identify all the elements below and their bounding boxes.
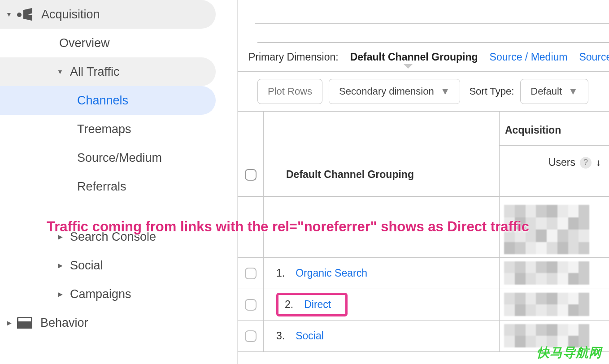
row-link-social[interactable]: Social [296, 330, 324, 342]
sidebar-item-label: Source/Medium [77, 151, 162, 165]
sidebar-item-source-medium[interactable]: Source/Medium [0, 143, 216, 172]
controls-row: Plot Rows Secondary dimension ▼ Sort Typ… [238, 71, 609, 112]
primary-dimension-row: Primary Dimension: Default Channel Group… [238, 43, 609, 71]
behavior-icon [17, 317, 32, 329]
sidebar-item-channels[interactable]: Channels [0, 86, 216, 115]
acquisition-icon [17, 9, 33, 20]
table-row: 1. Organic Search [238, 258, 609, 289]
select-all-checkbox[interactable] [245, 169, 257, 181]
sort-type-label: Sort Type: [469, 86, 514, 97]
row-number: 2. [285, 299, 293, 311]
sidebar-item-all-traffic[interactable]: All Traffic [0, 57, 216, 86]
chevron-down-icon: ▼ [440, 86, 450, 97]
redacted-metric [504, 293, 589, 316]
th-users[interactable]: Users ? ↓ [500, 146, 609, 179]
dropdown-label: Default [531, 86, 562, 97]
sidebar-item-label: Referrals [77, 180, 126, 194]
sidebar-item-referrals[interactable]: Referrals [0, 172, 216, 201]
tab-source[interactable]: Source [579, 51, 609, 63]
sort-desc-icon[interactable]: ↓ [596, 157, 601, 169]
row-number: 3. [276, 330, 285, 342]
chevron-right-icon [54, 290, 66, 298]
sidebar-item-label: Acquisition [41, 8, 100, 22]
row-checkbox[interactable] [245, 330, 257, 342]
sidebar-item-label: Campaigns [70, 287, 131, 301]
row-checkbox[interactable] [245, 268, 257, 279]
sidebar-item-label: Treemaps [77, 122, 131, 136]
sidebar-item-behavior[interactable]: Behavior [0, 308, 216, 337]
row-link-organic-search[interactable]: Organic Search [296, 267, 367, 279]
sidebar-item-search-console[interactable]: Search Console [0, 222, 216, 251]
chevron-right-icon [3, 319, 15, 326]
th-dimension[interactable]: Default Channel Grouping [264, 112, 500, 196]
secondary-dimension-dropdown[interactable]: Secondary dimension ▼ [329, 79, 460, 104]
sidebar-item-treemaps[interactable]: Treemaps [0, 115, 216, 143]
row-number: 1. [276, 267, 285, 279]
table-row: 3. Social [238, 321, 609, 352]
help-icon[interactable]: ? [580, 157, 592, 169]
sidebar-item-label: All Traffic [70, 65, 120, 79]
table-header: Default Channel Grouping Acquisition Use… [238, 112, 609, 197]
sidebar: Acquisition Overview All Traffic Channel… [0, 0, 238, 364]
redacted-metric [504, 324, 589, 347]
primary-dimension-label: Primary Dimension: [248, 51, 339, 63]
plot-rows-button[interactable]: Plot Rows [257, 79, 322, 104]
highlight-box: 2. Direct [276, 293, 348, 316]
redacted-metric [504, 261, 589, 285]
sidebar-item-acquisition[interactable]: Acquisition [0, 0, 216, 29]
sidebar-item-label: Social [70, 259, 103, 273]
sidebar-item-label: Channels [77, 94, 128, 108]
sidebar-item-label: Behavior [40, 316, 88, 330]
sidebar-item-label: Search Console [70, 230, 156, 244]
chevron-down-icon [3, 11, 15, 18]
sidebar-item-campaigns[interactable]: Campaigns [0, 280, 216, 308]
row-link-direct[interactable]: Direct [304, 299, 331, 311]
chevron-down-icon: ▼ [568, 86, 578, 97]
summary-row [238, 197, 609, 258]
th-users-label: Users [548, 156, 575, 169]
sidebar-item-overview[interactable]: Overview [0, 29, 216, 57]
sort-type-dropdown[interactable]: Default ▼ [520, 79, 588, 104]
tab-default-channel-grouping[interactable]: Default Channel Grouping [350, 51, 478, 63]
th-acquisition: Acquisition Users ? ↓ [500, 112, 609, 196]
chevron-down-icon [54, 68, 66, 75]
dropdown-label: Secondary dimension [339, 86, 434, 97]
redacted-metric [504, 205, 589, 254]
row-checkbox[interactable] [245, 299, 257, 311]
th-dimension-label: Default Channel Grouping [286, 169, 414, 181]
th-acq-group: Acquisition [500, 112, 609, 146]
tab-source-medium[interactable]: Source / Medium [490, 51, 568, 63]
chevron-right-icon [54, 233, 66, 240]
table-row: 2. Direct [238, 289, 609, 321]
sidebar-item-social[interactable]: Social [0, 251, 216, 280]
main-content: Primary Dimension: Default Channel Group… [238, 0, 609, 364]
th-checkbox [238, 112, 264, 196]
sidebar-item-label: Overview [59, 36, 110, 50]
chevron-right-icon [54, 262, 66, 269]
